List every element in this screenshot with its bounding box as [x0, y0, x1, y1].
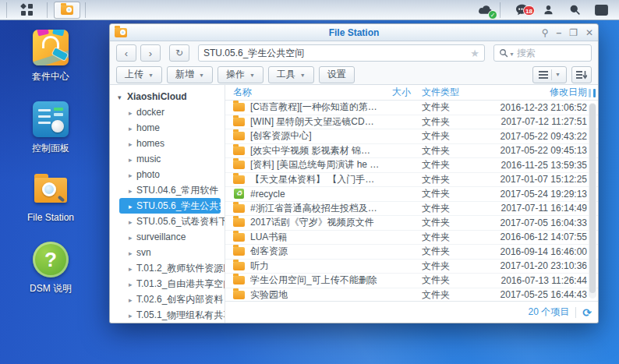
table-row[interactable]: ♻︎#recycle 文件夹 2017-05-24 19:29:13: [225, 187, 598, 202]
column-header-date[interactable]: 修改日期: [489, 86, 587, 99]
sort-button[interactable]: [571, 66, 592, 83]
sidebar-item-photo[interactable]: ▸photo: [110, 167, 225, 182]
tree-collapsed-icon[interactable]: ▸: [129, 230, 136, 245]
tree-collapsed-icon[interactable]: ▸: [129, 121, 136, 136]
tree-collapsed-icon[interactable]: ▸: [129, 105, 136, 120]
table-row[interactable]: 【天文星体资料】 【入门手册】 文件夹 2017-01-07 15:12:25: [225, 173, 598, 188]
sidebar-item-home[interactable]: ▸home: [110, 120, 225, 136]
tree-collapsed-icon[interactable]: ▸: [129, 261, 136, 276]
tree-collapsed-icon[interactable]: ▸: [129, 214, 136, 229]
desktop-icon-label: File Station: [27, 212, 74, 223]
widgets-button[interactable]: [591, 0, 611, 20]
view-mode-button[interactable]: ▼: [532, 66, 567, 83]
back-button[interactable]: ‹: [116, 44, 136, 62]
sidebar-item-label: STU.05.6_学生公共空间: [136, 200, 221, 211]
column-settings-icon[interactable]: [589, 89, 596, 97]
tree-collapsed-icon[interactable]: ▸: [129, 277, 136, 292]
notifications-button[interactable]: 18: [511, 0, 532, 20]
sidebar-root-label: XiaoshiCloud: [127, 91, 187, 102]
column-header-size[interactable]: 大小: [380, 86, 411, 99]
table-row[interactable]: #浙江省普通高校招生投档及分数... 文件夹 2017-07-11 16:14:…: [225, 202, 598, 217]
column-header-type[interactable]: 文件类型: [411, 86, 489, 99]
column-header-name[interactable]: 名称: [225, 86, 380, 99]
tools-button[interactable]: 工具 ▼: [268, 66, 314, 83]
sidebar-item-label: homes: [136, 138, 164, 149]
sidebar-item-music[interactable]: ▸music: [110, 151, 225, 167]
folder-icon: [233, 147, 245, 155]
main-menu-button[interactable]: [12, 0, 42, 20]
sidebar-item-label: T.01.3_自由港共享空间: [136, 278, 225, 289]
taskbar-right: ✓ 18: [469, 0, 619, 20]
user-menu-button[interactable]: [538, 0, 558, 20]
settings-button[interactable]: 设置: [319, 66, 355, 83]
table-row[interactable]: [资料] [美国总统每周演讲 he Pr... 文件夹 2016-11-25 1…: [225, 158, 598, 173]
maximize-button[interactable]: ❐: [569, 28, 578, 37]
sidebar-item-stu056-selected[interactable]: ▸STU.05.6_学生公共空间: [119, 198, 221, 214]
table-row[interactable]: [WIN] 星特朗天文望远镜CD软件 文件夹 2017-07-12 11:27:…: [225, 115, 598, 130]
table-row[interactable]: [效实中学视频 影视素材 锦集] [... 文件夹 2017-05-22 09:…: [225, 144, 598, 159]
sidebar-item-stu046[interactable]: ▸STU.04.6_常用软件: [110, 182, 225, 198]
tree-collapsed-icon[interactable]: ▸: [129, 168, 136, 182]
sidebar-item-homes[interactable]: ▸homes: [110, 136, 225, 151]
search-input[interactable]: [517, 48, 571, 58]
sidebar-item-t026[interactable]: ▸T.02.6_创客内部资料: [110, 292, 225, 307]
path-field[interactable]: ★: [198, 44, 485, 62]
window-titlebar[interactable]: File Station ⚲ – ❐ ✕: [110, 24, 598, 41]
desktop-icon-file-station[interactable]: File Station: [0, 171, 101, 223]
desktop-icon-package-center[interactable]: 套件中心: [0, 30, 101, 83]
action-button[interactable]: 操作 ▼: [218, 66, 264, 83]
tree-collapsed-icon[interactable]: ▸: [129, 292, 136, 307]
file-type: 文件夹: [411, 231, 489, 244]
table-row[interactable]: 实验园地 文件夹 2017-05-25 16:44:43: [225, 288, 598, 302]
refresh-button[interactable]: ↻: [169, 44, 189, 62]
table-row[interactable]: 听力 文件夹 2017-01-20 23:10:36: [225, 260, 598, 274]
path-input[interactable]: [203, 48, 470, 58]
desktop-icon-dsm-help[interactable]: ? DSM 说明: [0, 242, 101, 295]
table-row[interactable]: LUA书籍 文件夹 2016-06-12 14:07:55: [225, 231, 598, 246]
upload-button[interactable]: 上传 ▼: [116, 66, 162, 83]
sidebar-root-xiaoshicloud[interactable]: ▾XiaoshiCloud: [110, 89, 225, 104]
taskbar-file-station-button[interactable]: [54, 2, 80, 19]
search-box[interactable]: ▼: [493, 44, 592, 62]
folder-icon: [233, 291, 245, 299]
footer-divider: [575, 307, 576, 318]
tree-collapsed-icon[interactable]: ▸: [129, 246, 136, 260]
forward-button[interactable]: ›: [140, 44, 161, 62]
table-row[interactable]: 2017话剧《守岁》视频原文件 文件夹 2017-07-05 16:04:33: [225, 216, 598, 231]
create-button[interactable]: 新增 ▼: [167, 66, 213, 83]
tree-collapsed-icon[interactable]: ▸: [129, 136, 136, 151]
tree-collapsed-icon[interactable]: ▸: [129, 199, 136, 214]
sidebar-item-t051[interactable]: ▸T.05.1_物理组私有共享空: [110, 307, 225, 323]
file-name: LUA书籍: [250, 231, 287, 244]
favorite-star-icon[interactable]: ★: [470, 48, 479, 59]
search-scope-caret-icon[interactable]: ▼: [509, 51, 515, 57]
table-row[interactable]: [C语言教程][一种你知道的第N+... 文件夹 2016-12-23 21:0…: [225, 101, 598, 115]
window-title: File Station: [110, 27, 598, 38]
table-row[interactable]: 创客资源 文件夹 2016-09-14 16:46:00: [225, 245, 598, 260]
sidebar-item-surveillance[interactable]: ▸surveillance: [110, 229, 225, 245]
sidebar-item-stu056-download[interactable]: ▸STU.05.6_试卷资料下载: [110, 214, 225, 229]
tree-expand-icon[interactable]: ▾: [118, 90, 127, 105]
desktop-icon-label: 控制面板: [32, 142, 69, 155]
table-row[interactable]: [创客资源中心] 文件夹 2017-05-22 09:43:22: [225, 129, 598, 144]
list-view-icon: [539, 69, 548, 80]
cloud-sync-button[interactable]: ✓: [475, 0, 495, 20]
scrollbar-track[interactable]: [589, 103, 596, 299]
close-button[interactable]: ✕: [585, 28, 593, 37]
pin-window-button[interactable]: ⚲: [542, 28, 549, 37]
sidebar-item-t013[interactable]: ▸T.01.3_自由港共享空间: [110, 276, 225, 292]
chevron-down-icon: ▼: [555, 72, 561, 77]
tree-collapsed-icon[interactable]: ▸: [129, 308, 136, 323]
minimize-button[interactable]: –: [556, 28, 561, 37]
sidebar-item-t012[interactable]: ▸T.01.2_教师软件资源区: [110, 260, 225, 276]
sidebar-item-docker[interactable]: ▸docker: [110, 104, 225, 120]
folder-icon: [233, 118, 245, 126]
table-row[interactable]: 学生公用空间_可上传不能删除 文件夹 2016-07-13 11:26:44: [225, 274, 598, 288]
scrollbar-thumb[interactable]: [589, 104, 596, 293]
sidebar-item-svn[interactable]: ▸svn: [110, 245, 225, 260]
tree-collapsed-icon[interactable]: ▸: [129, 183, 136, 198]
refresh-list-icon[interactable]: ⟳: [582, 306, 592, 319]
tree-collapsed-icon[interactable]: ▸: [129, 152, 136, 167]
desktop-icon-control-panel[interactable]: 控制面板: [0, 101, 101, 155]
search-button[interactable]: [564, 0, 585, 20]
